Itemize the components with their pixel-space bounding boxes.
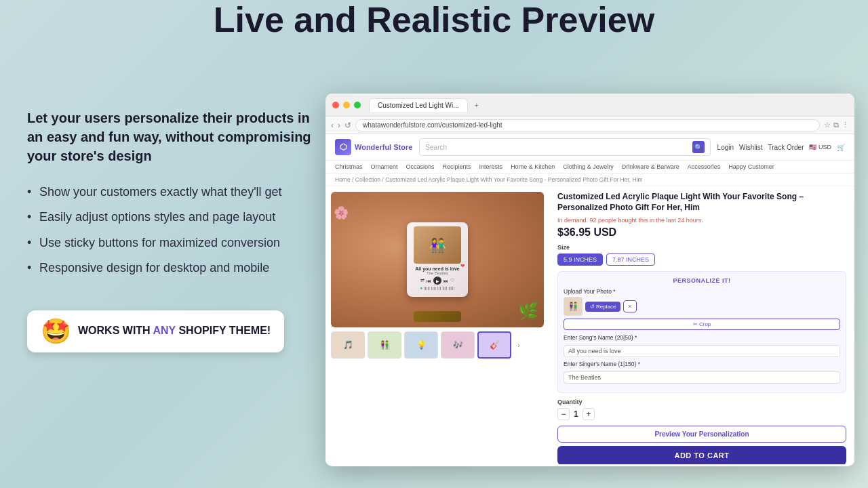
couple-photo: 👫: [414, 226, 461, 264]
url-bar[interactable]: whatawonderfulstore.com/customized-led-l…: [355, 119, 820, 131]
store-logo: ⬡ Wonderful Store: [335, 139, 412, 155]
menu-icon[interactable]: ⋮: [842, 121, 849, 129]
remove-button[interactable]: ×: [623, 300, 636, 312]
quantity-value: 1: [574, 409, 578, 419]
close-dot[interactable]: [332, 102, 339, 108]
upload-thumbnail: 👫: [564, 297, 583, 316]
header-actions: Login Wishlist Track Order 🇺🇸 USD 🛒: [717, 144, 845, 151]
personalize-box: PERSONALIZE IT! Upload Your Photo * 👫 ↺ …: [557, 271, 846, 393]
feature-item-3: Use sticky buttons for maximized convers…: [27, 235, 312, 251]
product-area: 🌸 👫 All you need is love The Beatles ⇌ ⏮…: [326, 186, 854, 464]
song-artist-card: The Beatles: [427, 271, 448, 275]
minimize-dot[interactable]: [343, 102, 350, 108]
nav-occasions[interactable]: Occasions: [406, 163, 435, 170]
thumbnail-3[interactable]: 💡: [404, 331, 438, 359]
product-title: Customized Led Acrylic Plaque Light With…: [557, 192, 846, 213]
size-section: Size 5.9 INCHES 7.87 INCHES: [557, 244, 846, 266]
size-label: Size: [557, 244, 846, 251]
browser-window: Customized Led Light Wi... + ‹ › ↺ whata…: [326, 94, 854, 466]
upload-label: Upload Your Photo *: [564, 288, 840, 295]
thumbnail-next[interactable]: ›: [514, 331, 524, 359]
product-details: Customized Led Acrylic Plaque Light With…: [549, 186, 854, 464]
shuffle-icon: ⇌: [420, 278, 425, 283]
upload-controls: 👫 ↺ Replace ×: [564, 297, 840, 316]
heart-icon: ❤: [460, 263, 465, 269]
thumbnail-4[interactable]: 🎶: [441, 331, 475, 359]
browser-chrome: Customized Led Light Wi... +: [326, 94, 854, 117]
product-image-section: 🌸 👫 All you need is love The Beatles ⇌ ⏮…: [326, 186, 549, 464]
song-name-group: Enter Song's Name (20|50) *: [564, 334, 840, 357]
extensions-icon[interactable]: ⧉: [833, 121, 839, 129]
store-name: Wonderful Store: [355, 143, 412, 151]
size-787-button[interactable]: 7.87 INCHES: [606, 253, 655, 266]
feature-list: Show your customers exactly what they'll…: [27, 184, 312, 277]
url-text: whatawonderfulstore.com/customized-led-l…: [363, 121, 502, 129]
replace-button[interactable]: ↺ Replace: [585, 302, 620, 312]
nav-interests[interactable]: Interests: [479, 163, 503, 170]
login-link[interactable]: Login: [717, 144, 734, 151]
logo-icon: ⬡: [335, 139, 351, 155]
wishlist-link[interactable]: Wishlist: [739, 144, 762, 151]
search-button[interactable]: 🔍: [692, 141, 705, 153]
thumbnail-2[interactable]: 👫: [368, 331, 401, 359]
thumbnail-1[interactable]: 🎵: [331, 331, 365, 359]
nav-drinkware[interactable]: Drinkware & Barware: [622, 163, 679, 170]
nav-christmas[interactable]: Christmas: [335, 163, 363, 170]
forward-button[interactable]: ›: [338, 121, 340, 130]
add-to-cart-button[interactable]: ADD TO CART: [557, 446, 846, 464]
nav-home-kitchen[interactable]: Home & Kitchen: [511, 163, 555, 170]
crop-label: Crop: [699, 321, 711, 327]
search-bar[interactable]: Search 🔍: [419, 138, 710, 156]
singer-name-label: Enter Singer's Name (1|150) *: [564, 361, 840, 367]
prev-icon: ⏮: [427, 279, 431, 283]
nav-ornament[interactable]: Ornament: [371, 163, 398, 170]
nav-recipients[interactable]: Recipients: [443, 163, 471, 170]
new-tab-icon[interactable]: +: [475, 101, 479, 109]
crop-icon: ✂: [693, 321, 699, 327]
song-name-input[interactable]: [564, 345, 840, 357]
cart-icon[interactable]: 🛒: [837, 144, 845, 151]
nav-happy-customer[interactable]: Happy Customer: [728, 163, 774, 170]
nav-accessories[interactable]: Accessories: [688, 163, 721, 170]
quantity-decrease[interactable]: −: [557, 408, 570, 420]
size-59-button[interactable]: 5.9 INCHES: [557, 253, 603, 266]
singer-name-input[interactable]: [564, 371, 840, 384]
badge-text: WORKS WITH ANY SHOPIFY THEME!: [78, 324, 271, 338]
refresh-button[interactable]: ↺: [344, 121, 351, 130]
badge-emoji: 🤩: [41, 317, 71, 346]
back-button[interactable]: ‹: [331, 121, 334, 130]
tab-label: Customized Led Light Wi...: [378, 102, 459, 109]
demand-badge: In demand. 92 people bought this in the …: [557, 217, 846, 224]
singer-name-group: Enter Singer's Name (1|150) *: [564, 361, 840, 384]
browser-tab[interactable]: Customized Led Light Wi...: [369, 98, 468, 112]
maximize-dot[interactable]: [354, 102, 361, 108]
nav-bar: ‹ › ↺ whatawonderfulstore.com/customized…: [326, 117, 854, 134]
plant-decoration-left: 🌸: [334, 205, 349, 220]
replace-label: Replace: [596, 304, 616, 310]
upload-section: Upload Your Photo * 👫 ↺ Replace × ✂ Crop: [564, 288, 840, 330]
next-icon: ⏭: [443, 279, 448, 283]
feature-item-2: Easily adjust options styles and page la…: [27, 209, 312, 225]
preview-personalization-button[interactable]: Preview Your Personalization: [557, 426, 846, 443]
crop-button[interactable]: ✂ Crop: [564, 319, 840, 330]
bookmark-icon[interactable]: ☆: [824, 121, 831, 129]
product-main-image: 🌸 👫 All you need is love The Beatles ⇌ ⏮…: [331, 192, 544, 327]
size-options: 5.9 INCHES 7.87 INCHES: [557, 253, 846, 266]
plant-decoration-right: 🌿: [518, 302, 538, 321]
song-title-card: All you need is love: [415, 266, 459, 271]
quantity-increase[interactable]: +: [583, 408, 595, 420]
nav-clothing[interactable]: Clothing & Jewelry: [563, 163, 614, 170]
feature-item-4: Responsive design for desktop and mobile: [27, 260, 312, 276]
breadcrumb: Home / Collection / Customized Led Acryl…: [326, 174, 854, 186]
store-header: ⬡ Wonderful Store Search 🔍 Login Wishlis…: [326, 134, 854, 161]
wood-base: [414, 311, 461, 322]
spotify-bar: ● ||||| |||| ||| |||| |||||: [420, 286, 455, 290]
track-order-link[interactable]: Track Order: [768, 144, 804, 151]
barcode: ||||| |||| ||| |||| |||||: [424, 286, 454, 290]
thumbnail-5[interactable]: 🎸: [477, 331, 511, 359]
currency-selector[interactable]: 🇺🇸 USD: [809, 144, 831, 150]
song-name-label: Enter Song's Name (20|50) *: [564, 334, 840, 341]
quantity-controls: − 1 +: [557, 408, 846, 420]
play-button[interactable]: ▶: [433, 277, 441, 285]
quantity-section: Quantity − 1 +: [557, 399, 846, 420]
